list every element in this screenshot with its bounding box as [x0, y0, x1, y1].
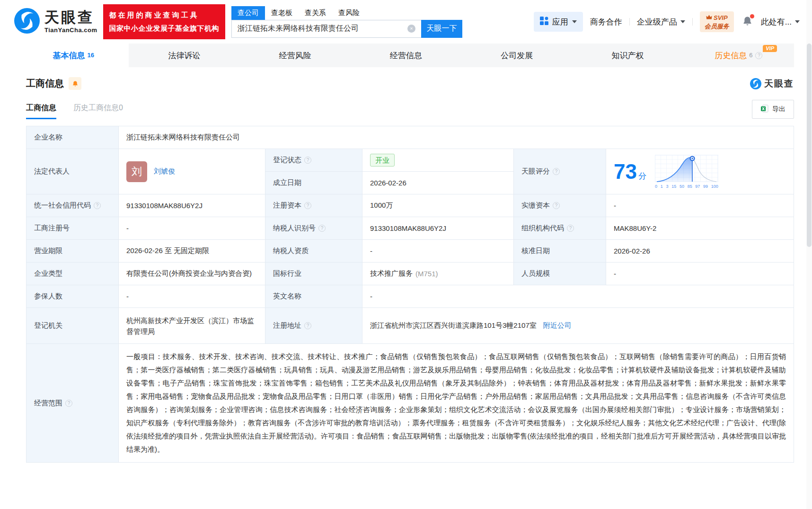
tianyancha-logo[interactable]: 天眼查 TianYanCha.com: [14, 8, 97, 35]
org-code-label: 组织机构代码 ?: [514, 217, 606, 240]
paid-capital-value: -: [606, 194, 794, 217]
tab-legal-litigation[interactable]: 法律诉讼: [129, 44, 239, 67]
score-value: 73分: [606, 149, 794, 194]
logo-title: 天眼查: [44, 9, 97, 26]
industry-label: 国标行业: [265, 263, 362, 285]
tab-operation-info-label: 经营信息: [390, 50, 422, 61]
apps-label: 应用: [552, 17, 568, 27]
main-content: 工商信息 天眼查 工商信息 历史工商信息0: [18, 67, 794, 463]
chevron-down-icon: [680, 20, 685, 23]
business-cooperation-link[interactable]: 商务合作: [590, 17, 622, 27]
user-menu[interactable]: 此处有...: [761, 17, 800, 27]
org-code-label-text: 组织机构代码: [521, 224, 564, 233]
header-right: 应用 商务合作 企业级产品 SVIP 会员服务: [534, 11, 800, 32]
legal-rep-link[interactable]: 刘虓俊: [154, 167, 175, 176]
apps-menu[interactable]: 应用: [534, 12, 583, 32]
tab-operation-risk[interactable]: 经营风险: [240, 44, 351, 67]
legal-rep-value: 刘 刘虓俊: [119, 149, 265, 194]
notification-dot: [750, 14, 754, 18]
help-icon[interactable]: ?: [304, 202, 311, 209]
tab-basic-info-label: 基本信息: [53, 50, 85, 61]
search-button[interactable]: 天眼一下: [421, 20, 462, 38]
industry-code: (M751): [415, 270, 438, 278]
tab-history-info-label: 历史信息: [715, 50, 747, 61]
credit-code-label: 统一社会信用代码 ?: [26, 194, 119, 217]
reg-address-label: 注册地址 ?: [265, 308, 362, 344]
credit-code-label-text: 统一社会信用代码: [34, 201, 91, 210]
paid-capital-label-text: 实缴资本: [521, 201, 550, 210]
reg-capital-label-text: 注册资本: [273, 201, 301, 210]
taxpayer-id-label: 纳税人识别号 ?: [265, 217, 362, 240]
tab-company-development[interactable]: 公司发展: [461, 44, 572, 67]
reg-status-label-text: 登记状态: [273, 156, 301, 165]
staff-size-label: 人员规模: [514, 263, 606, 285]
reg-capital-value: 1000万: [362, 194, 514, 217]
tab-legal-litigation-label: 法律诉讼: [168, 50, 200, 61]
export-button[interactable]: 导出: [752, 100, 794, 119]
help-icon[interactable]: ?: [318, 225, 326, 232]
business-info-table: 企业名称 浙江链拓未来网络科技有限责任公司 法定代表人 刘 刘虓俊 登记状态 ?…: [26, 126, 794, 463]
help-icon[interactable]: ?: [553, 202, 560, 209]
taxpayer-quality-label: 纳税人资质: [265, 240, 362, 263]
help-icon[interactable]: ?: [304, 322, 311, 329]
english-name-value: -: [362, 285, 794, 308]
page-scrollbar[interactable]: [806, 0, 812, 509]
enterprise-products-link[interactable]: 企业级产品: [637, 17, 685, 27]
subscribe-bell-icon[interactable]: [69, 77, 81, 90]
taxpayer-id-value: 91330108MAK88U6Y2J: [362, 217, 514, 240]
slogan-line2: 国家中小企业发展子基金旗下机构: [109, 22, 220, 35]
logo-subtitle: TianYanCha.com: [44, 27, 97, 34]
business-scope-label-text: 经营范围: [34, 399, 62, 408]
search-tabs: 查公司 查老板 查关系 查风险: [231, 6, 462, 20]
svip-member-button[interactable]: SVIP 会员服务: [700, 11, 734, 32]
chevron-down-icon: [572, 20, 577, 23]
svip-label: SVIP: [714, 14, 728, 22]
export-label: 导出: [772, 105, 786, 114]
search-tab-relation[interactable]: 查关系: [305, 6, 326, 20]
score-axis: 0131550859799100: [655, 184, 718, 189]
company-nav-tabs: 基本信息 16 法律诉讼 经营风险 经营信息 公司发展 知识产权 VIP 历史信…: [18, 44, 794, 67]
reg-number-value: -: [119, 217, 265, 240]
search-input[interactable]: [232, 25, 407, 33]
tab-intellectual-property[interactable]: 知识产权: [572, 44, 683, 67]
help-icon[interactable]: ?: [755, 52, 762, 59]
slogan-line1: 都在用的商业查询工具: [109, 9, 220, 22]
score-distribution-chart: 0131550859799100: [655, 155, 718, 189]
subtab-history-business-info[interactable]: 历史工商信息0: [73, 103, 123, 119]
notification-bell-icon[interactable]: [742, 16, 753, 28]
credit-code-value: 91330108MAK88U6Y2J: [119, 194, 265, 217]
watermark-text: 天眼查: [764, 78, 794, 90]
tab-operation-info[interactable]: 经营信息: [351, 44, 461, 67]
help-icon[interactable]: ?: [567, 225, 574, 232]
subtab-business-info[interactable]: 工商信息: [26, 103, 56, 119]
search-tab-boss[interactable]: 查老板: [271, 6, 292, 20]
tab-company-development-label: 公司发展: [501, 50, 533, 61]
business-scope-value: 一般项目：技术服务、技术开发、技术咨询、技术交流、技术转让、技术推广；食品销售（…: [119, 344, 794, 463]
tab-basic-info[interactable]: 基本信息 16: [18, 44, 129, 67]
help-icon[interactable]: ?: [65, 400, 72, 407]
company-name-label: 企业名称: [26, 126, 119, 149]
reg-capital-label: 注册资本 ?: [265, 194, 362, 217]
reg-authority-value: 杭州高新技术产业开发区（滨江）市场监督管理局: [119, 308, 265, 344]
nearby-companies-link[interactable]: 附近公司: [543, 321, 572, 330]
help-icon[interactable]: ?: [94, 202, 101, 209]
staff-size-value: -: [606, 263, 794, 285]
tianyancha-logo-icon: [14, 8, 40, 35]
clear-search-icon[interactable]: ×: [407, 25, 415, 33]
approval-date-value: 2026-02-26: [606, 240, 794, 263]
divider: [629, 18, 630, 26]
scrollbar-thumb[interactable]: [807, 44, 812, 247]
tab-history-info[interactable]: VIP 历史信息 6 ?: [683, 44, 794, 67]
vip-badge: VIP: [763, 45, 777, 52]
help-icon[interactable]: ?: [304, 157, 311, 164]
divider: [692, 18, 693, 26]
help-icon[interactable]: ?: [553, 168, 560, 175]
search-tab-risk[interactable]: 查风险: [338, 6, 360, 20]
search-tab-company[interactable]: 查公司: [231, 6, 265, 20]
insured-count-value: -: [119, 285, 265, 308]
user-menu-label: 此处有...: [761, 17, 792, 27]
reg-address-label-text: 注册地址: [273, 321, 301, 330]
reg-address-value: 浙江省杭州市滨江区西兴街道滨康路101号3幢2107室 附近公司: [362, 308, 794, 344]
legal-rep-avatar[interactable]: 刘: [126, 161, 147, 182]
taxpayer-quality-value: -: [362, 240, 514, 263]
